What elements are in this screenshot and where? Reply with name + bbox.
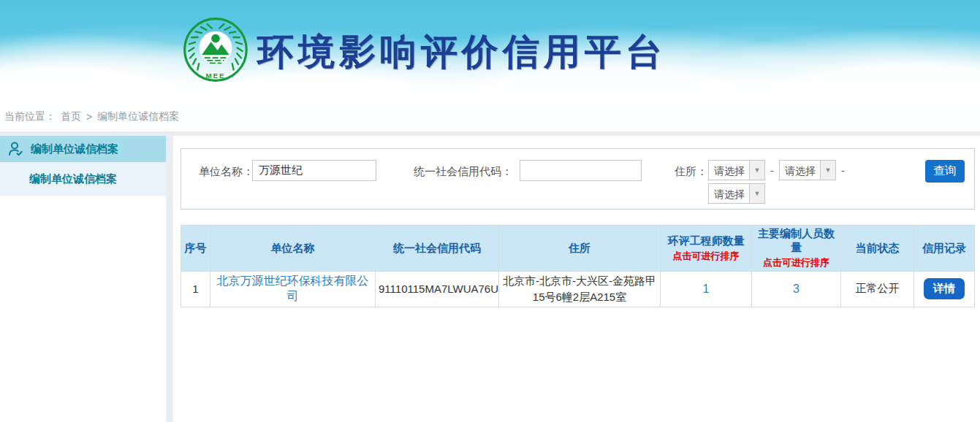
sidebar-main-gap	[166, 136, 173, 422]
breadcrumb-prefix: 当前位置：	[4, 110, 56, 123]
credit-code-label: 统一社会信用代码：	[414, 165, 512, 179]
results-table: 序号 单位名称 统一社会信用代码 住所 环评工程师数量 点击可进行排序 主要编制…	[181, 225, 975, 307]
site-header: MEE 环境影响评价信用平台	[0, 0, 980, 102]
sort-hint-text: 点击可进行排序	[753, 256, 839, 269]
col-header-address: 住所	[499, 226, 661, 272]
col-header-engineer-count-sortable[interactable]: 环评工程师数量 点击可进行排序	[661, 226, 752, 272]
address-value: 北京市-北京市-大兴区-金苑路甲15号6幢2层A215室	[499, 272, 661, 307]
city-select[interactable]: 请选择 ▼	[779, 160, 836, 180]
breadcrumb: 当前位置： 首页 > 编制单位诚信档案	[0, 102, 980, 131]
sidebar-item-credit-archive[interactable]: 编制单位诚信档案	[0, 136, 166, 162]
query-button[interactable]: 查询	[925, 160, 965, 183]
engineer-count-link[interactable]: 1	[703, 283, 710, 295]
unit-name-label: 单位名称：	[199, 165, 254, 179]
sort-hint-text: 点击可进行排序	[662, 250, 750, 263]
engineer-count-header-label: 环评工程师数量	[668, 234, 745, 247]
table-header-row: 序号 单位名称 统一社会信用代码 住所 环评工程师数量 点击可进行排序 主要编制…	[181, 226, 975, 272]
table-row: 1 北京万源世纪环保科技有限公司 91110115MA7LWUA76U 北京市-…	[181, 272, 975, 307]
detail-button[interactable]: 详情	[924, 278, 965, 299]
breadcrumb-separator: >	[86, 111, 92, 123]
svg-text:MEE: MEE	[206, 72, 226, 80]
col-header-credit-record: 信用记录	[914, 226, 975, 272]
credit-code-input[interactable]	[520, 160, 642, 181]
search-filter-panel: 单位名称： 统一社会信用代码： 住所： 请选择 ▼ - 请选择 ▼ - 请选择 …	[181, 148, 975, 210]
status-value: 正常公开	[841, 272, 914, 307]
sidebar-item-label: 编制单位诚信档案	[31, 142, 118, 156]
staff-count-header-label: 主要编制人员数量	[758, 227, 835, 253]
city-select-value: 请选择	[780, 161, 820, 180]
chevron-down-icon[interactable]: ▼	[749, 184, 764, 203]
chevron-down-icon[interactable]: ▼	[820, 161, 835, 180]
unit-name-input[interactable]	[252, 160, 376, 181]
company-name-link[interactable]: 北京万源世纪环保科技有限公司	[217, 275, 369, 302]
chevron-down-icon[interactable]: ▼	[749, 161, 764, 180]
col-header-name: 单位名称	[210, 226, 376, 272]
row-index: 1	[181, 272, 210, 307]
breadcrumb-current: 编制单位诚信档案	[97, 110, 179, 123]
content-area: 编制单位诚信档案 编制单位诚信档案 单位名称： 统一社会信用代码： 住所： 请选…	[0, 136, 980, 422]
credit-code-value: 91110115MA7LWUA76U	[376, 272, 499, 307]
col-header-index: 序号	[181, 226, 210, 272]
sidebar-subitem-label: 编制单位诚信档案	[29, 172, 117, 186]
col-header-status: 当前状态	[841, 226, 914, 272]
address-dash-2: -	[841, 164, 845, 177]
page: MEE 环境影响评价信用平台 当前位置： 首页 > 编制单位诚信档案 编制单位诚…	[0, 0, 980, 422]
address-label: 住所：	[675, 165, 707, 179]
site-title: 环境影响评价信用平台	[257, 28, 666, 77]
main-panel: 单位名称： 统一社会信用代码： 住所： 请选择 ▼ - 请选择 ▼ - 请选择 …	[173, 136, 980, 422]
staff-count-link[interactable]: 3	[793, 283, 799, 295]
col-header-staff-count-sortable[interactable]: 主要编制人员数量 点击可进行排序	[752, 226, 841, 272]
sidebar: 编制单位诚信档案 编制单位诚信档案	[0, 136, 166, 422]
breadcrumb-home-link[interactable]: 首页	[61, 110, 81, 123]
sidebar-subitem-credit-archive[interactable]: 编制单位诚信档案	[0, 162, 166, 196]
mee-logo-icon: MEE	[183, 17, 248, 83]
user-check-icon	[7, 140, 25, 158]
col-header-code: 统一社会信用代码	[376, 226, 499, 272]
province-select[interactable]: 请选择 ▼	[708, 160, 765, 180]
province-select-value: 请选择	[709, 161, 749, 180]
address-dash-1: -	[770, 164, 774, 177]
district-select[interactable]: 请选择 ▼	[708, 183, 765, 204]
district-select-value: 请选择	[709, 184, 749, 203]
